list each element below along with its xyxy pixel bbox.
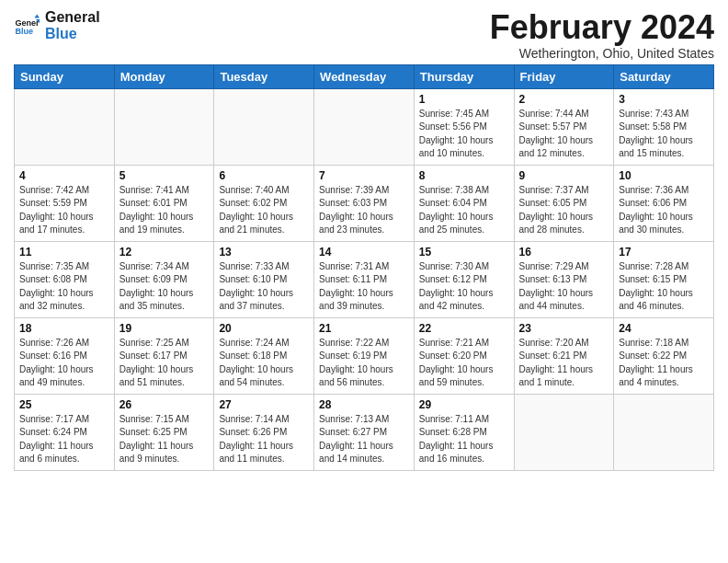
- day-number: 14: [319, 246, 409, 259]
- title-block: February 2024 Wetherington, Ohio, United…: [490, 9, 714, 61]
- day-info: Sunrise: 7:17 AM Sunset: 6:24 PM Dayligh…: [19, 413, 109, 466]
- table-row: 29Sunrise: 7:11 AM Sunset: 6:28 PM Dayli…: [414, 394, 514, 470]
- table-row: 9Sunrise: 7:37 AM Sunset: 6:05 PM Daylig…: [514, 165, 614, 241]
- calendar-week-row: 4Sunrise: 7:42 AM Sunset: 5:59 PM Daylig…: [15, 165, 714, 241]
- day-info: Sunrise: 7:13 AM Sunset: 6:27 PM Dayligh…: [319, 413, 409, 466]
- day-info: Sunrise: 7:18 AM Sunset: 6:22 PM Dayligh…: [619, 337, 709, 390]
- table-row: 4Sunrise: 7:42 AM Sunset: 5:59 PM Daylig…: [15, 165, 115, 241]
- table-row: 18Sunrise: 7:26 AM Sunset: 6:16 PM Dayli…: [15, 317, 115, 394]
- day-info: Sunrise: 7:38 AM Sunset: 6:04 PM Dayligh…: [419, 184, 509, 237]
- col-saturday: Saturday: [614, 64, 714, 88]
- day-number: 29: [419, 398, 509, 411]
- day-info: Sunrise: 7:28 AM Sunset: 6:15 PM Dayligh…: [619, 260, 709, 314]
- day-info: Sunrise: 7:43 AM Sunset: 5:58 PM Dayligh…: [619, 108, 709, 161]
- day-number: 16: [519, 246, 609, 259]
- day-number: 21: [319, 322, 409, 335]
- table-row: 20Sunrise: 7:24 AM Sunset: 6:18 PM Dayli…: [214, 317, 314, 394]
- logo-line2: Blue: [45, 26, 100, 42]
- day-number: 2: [519, 93, 609, 106]
- calendar-week-row: 11Sunrise: 7:35 AM Sunset: 6:08 PM Dayli…: [15, 241, 714, 317]
- table-row: 28Sunrise: 7:13 AM Sunset: 6:27 PM Dayli…: [314, 394, 415, 470]
- month-title: February 2024: [490, 9, 714, 46]
- day-info: Sunrise: 7:45 AM Sunset: 5:56 PM Dayligh…: [419, 108, 509, 161]
- day-info: Sunrise: 7:15 AM Sunset: 6:25 PM Dayligh…: [119, 413, 210, 466]
- day-info: Sunrise: 7:30 AM Sunset: 6:12 PM Dayligh…: [419, 260, 509, 314]
- day-number: 25: [19, 398, 109, 411]
- day-number: 27: [219, 398, 309, 411]
- day-info: Sunrise: 7:44 AM Sunset: 5:57 PM Dayligh…: [519, 108, 609, 161]
- calendar-table: Sunday Monday Tuesday Wednesday Thursday…: [14, 64, 714, 471]
- table-row: 27Sunrise: 7:14 AM Sunset: 6:26 PM Dayli…: [214, 394, 314, 470]
- day-number: 23: [519, 322, 609, 335]
- col-friday: Friday: [514, 64, 614, 88]
- table-row: 14Sunrise: 7:31 AM Sunset: 6:11 PM Dayli…: [314, 241, 415, 317]
- location: Wetherington, Ohio, United States: [490, 46, 714, 61]
- day-info: Sunrise: 7:34 AM Sunset: 6:09 PM Dayligh…: [119, 260, 210, 314]
- day-number: 24: [619, 322, 709, 335]
- calendar-header-row: Sunday Monday Tuesday Wednesday Thursday…: [15, 64, 714, 88]
- col-thursday: Thursday: [414, 64, 514, 88]
- day-info: Sunrise: 7:41 AM Sunset: 6:01 PM Dayligh…: [119, 184, 210, 237]
- day-number: 7: [319, 169, 409, 182]
- table-row: [114, 88, 214, 165]
- day-number: 3: [619, 93, 709, 106]
- table-row: 15Sunrise: 7:30 AM Sunset: 6:12 PM Dayli…: [414, 241, 514, 317]
- svg-marker-2: [34, 14, 40, 17]
- table-row: 25Sunrise: 7:17 AM Sunset: 6:24 PM Dayli…: [15, 394, 115, 470]
- day-info: Sunrise: 7:39 AM Sunset: 6:03 PM Dayligh…: [319, 184, 409, 237]
- table-row: 12Sunrise: 7:34 AM Sunset: 6:09 PM Dayli…: [114, 241, 214, 317]
- day-number: 12: [119, 246, 210, 259]
- table-row: 21Sunrise: 7:22 AM Sunset: 6:19 PM Dayli…: [314, 317, 415, 394]
- day-number: 4: [19, 169, 109, 182]
- table-row: 11Sunrise: 7:35 AM Sunset: 6:08 PM Dayli…: [15, 241, 115, 317]
- day-info: Sunrise: 7:24 AM Sunset: 6:18 PM Dayligh…: [219, 337, 309, 390]
- day-number: 10: [619, 169, 709, 182]
- col-sunday: Sunday: [15, 64, 115, 88]
- day-number: 18: [19, 322, 109, 335]
- day-info: Sunrise: 7:20 AM Sunset: 6:21 PM Dayligh…: [519, 337, 609, 390]
- day-number: 11: [19, 246, 109, 259]
- table-row: [314, 88, 415, 165]
- day-info: Sunrise: 7:42 AM Sunset: 5:59 PM Dayligh…: [19, 184, 109, 237]
- table-row: 2Sunrise: 7:44 AM Sunset: 5:57 PM Daylig…: [514, 88, 614, 165]
- calendar-page: General Blue General Blue February 2024 …: [0, 0, 728, 485]
- day-number: 19: [119, 322, 210, 335]
- day-number: 5: [119, 169, 210, 182]
- day-info: Sunrise: 7:33 AM Sunset: 6:10 PM Dayligh…: [219, 260, 309, 314]
- day-number: 8: [419, 169, 509, 182]
- table-row: 26Sunrise: 7:15 AM Sunset: 6:25 PM Dayli…: [114, 394, 214, 470]
- day-number: 13: [219, 246, 309, 259]
- day-number: 22: [419, 322, 509, 335]
- table-row: 17Sunrise: 7:28 AM Sunset: 6:15 PM Dayli…: [614, 241, 714, 317]
- day-info: Sunrise: 7:25 AM Sunset: 6:17 PM Dayligh…: [119, 337, 210, 390]
- table-row: [614, 394, 714, 470]
- logo: General Blue General Blue: [14, 9, 100, 41]
- table-row: 6Sunrise: 7:40 AM Sunset: 6:02 PM Daylig…: [214, 165, 314, 241]
- table-row: 13Sunrise: 7:33 AM Sunset: 6:10 PM Dayli…: [214, 241, 314, 317]
- table-row: 24Sunrise: 7:18 AM Sunset: 6:22 PM Dayli…: [614, 317, 714, 394]
- day-number: 9: [519, 169, 609, 182]
- logo-line1: General: [45, 9, 100, 26]
- calendar-week-row: 18Sunrise: 7:26 AM Sunset: 6:16 PM Dayli…: [15, 317, 714, 394]
- table-row: [214, 88, 314, 165]
- col-monday: Monday: [114, 64, 214, 88]
- table-row: 22Sunrise: 7:21 AM Sunset: 6:20 PM Dayli…: [414, 317, 514, 394]
- day-info: Sunrise: 7:22 AM Sunset: 6:19 PM Dayligh…: [319, 337, 409, 390]
- day-info: Sunrise: 7:37 AM Sunset: 6:05 PM Dayligh…: [519, 184, 609, 237]
- table-row: 8Sunrise: 7:38 AM Sunset: 6:04 PM Daylig…: [414, 165, 514, 241]
- table-row: 23Sunrise: 7:20 AM Sunset: 6:21 PM Dayli…: [514, 317, 614, 394]
- day-info: Sunrise: 7:31 AM Sunset: 6:11 PM Dayligh…: [319, 260, 409, 314]
- day-info: Sunrise: 7:11 AM Sunset: 6:28 PM Dayligh…: [419, 413, 509, 466]
- col-tuesday: Tuesday: [214, 64, 314, 88]
- table-row: 7Sunrise: 7:39 AM Sunset: 6:03 PM Daylig…: [314, 165, 415, 241]
- day-info: Sunrise: 7:21 AM Sunset: 6:20 PM Dayligh…: [419, 337, 509, 390]
- day-info: Sunrise: 7:14 AM Sunset: 6:26 PM Dayligh…: [219, 413, 309, 466]
- day-info: Sunrise: 7:36 AM Sunset: 6:06 PM Dayligh…: [619, 184, 709, 237]
- table-row: [15, 88, 115, 165]
- header: General Blue General Blue February 2024 …: [14, 9, 714, 61]
- day-number: 20: [219, 322, 309, 335]
- col-wednesday: Wednesday: [314, 64, 415, 88]
- day-number: 1: [419, 93, 509, 106]
- table-row: 16Sunrise: 7:29 AM Sunset: 6:13 PM Dayli…: [514, 241, 614, 317]
- day-info: Sunrise: 7:29 AM Sunset: 6:13 PM Dayligh…: [519, 260, 609, 314]
